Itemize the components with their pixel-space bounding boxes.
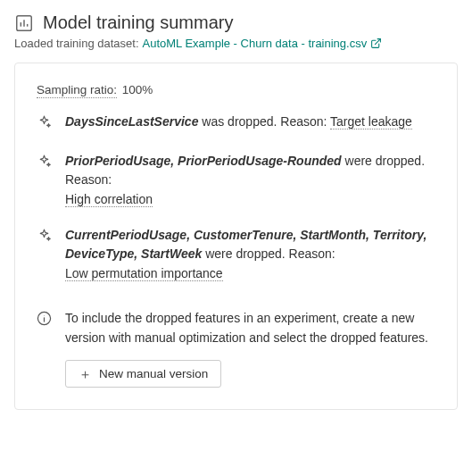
dropped-feature-item: PriorPeriodUsage, PriorPeriodUsage-Round…: [37, 152, 435, 210]
sparkle-icon: [37, 114, 53, 136]
dropped-feature-text: DaysSinceLastService was dropped. Reason…: [65, 113, 412, 132]
sampling-ratio-value: 100%: [122, 83, 153, 96]
dropped-feature-item: CurrentPeriodUsage, CustomerTenure, Star…: [37, 226, 435, 284]
svg-line-4: [376, 39, 381, 45]
dropped-feature-text: CurrentPeriodUsage, CustomerTenure, Star…: [65, 226, 435, 284]
new-manual-version-label: New manual version: [99, 367, 208, 380]
new-manual-version-button[interactable]: ＋ New manual version: [65, 360, 221, 388]
external-link-icon[interactable]: [370, 38, 382, 49]
dropped-feature-tail: was dropped. Reason:: [198, 114, 330, 129]
sampling-ratio: Sampling ratio: 100%: [37, 83, 435, 96]
loaded-dataset-label: Loaded training dataset:: [14, 37, 139, 50]
page-title: Model training summary: [43, 13, 233, 33]
drop-reason-link[interactable]: High correlation: [65, 192, 153, 207]
sparkle-icon: [37, 228, 53, 249]
dropped-features-list: DaysSinceLastService was dropped. Reason…: [37, 113, 435, 284]
dropped-feature-tail: were dropped. Reason:: [202, 246, 335, 261]
drop-reason-link[interactable]: Low permutation importance: [65, 266, 223, 281]
dropped-feature-text: PriorPeriodUsage, PriorPeriodUsage-Round…: [65, 152, 435, 210]
plus-icon: ＋: [79, 367, 92, 380]
info-content: To include the dropped features in an ex…: [65, 309, 435, 388]
summary-panel: Sampling ratio: 100% DaysSinceLastServic…: [14, 63, 458, 410]
info-text: To include the dropped features in an ex…: [65, 309, 435, 347]
svg-point-7: [44, 315, 45, 316]
dataset-link[interactable]: AutoML Example - Churn data - training.c…: [143, 37, 368, 50]
dropped-feature-names: PriorPeriodUsage, PriorPeriodUsage-Round…: [65, 154, 342, 168]
info-icon: [37, 311, 53, 330]
dropped-feature-item: DaysSinceLastService was dropped. Reason…: [37, 113, 435, 136]
dataset-subheader: Loaded training dataset: AutoML Example …: [14, 37, 458, 50]
sampling-ratio-label: Sampling ratio:: [37, 83, 117, 98]
info-block: To include the dropped features in an ex…: [37, 309, 435, 388]
sparkle-icon: [37, 154, 53, 175]
drop-reason-link[interactable]: Target leakage: [330, 114, 412, 129]
page-header: Model training summary: [14, 13, 458, 33]
bar-chart-icon: [14, 13, 34, 33]
dropped-feature-names: DaysSinceLastService: [65, 114, 198, 129]
